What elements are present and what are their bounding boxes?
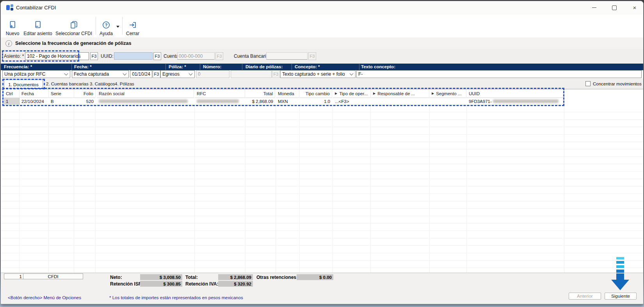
frecuencia-select[interactable]: Una póliza por RFC (2, 70, 70, 78)
col-header-fecha[interactable]: Fecha (20, 89, 49, 98)
filter-header-band: Frecuencia: * Fecha: * Póliza: * Número:… (1, 64, 643, 70)
frecuencia-label: Frecuencia: * (4, 64, 32, 69)
chevron-down-icon (64, 72, 68, 76)
ayuda-label: Ayuda (100, 31, 113, 36)
uuid-label: UUID: (101, 53, 114, 59)
redacted-rfc (197, 99, 239, 103)
concepto-select[interactable]: Texto capturado + serie + folio (280, 70, 356, 78)
cfdi-count-label-cell: CFDI (23, 273, 83, 279)
info-bar: i Seleccione la frecuencia de generación… (1, 37, 643, 49)
row-fecha-cell[interactable]: 22/10/2024 (20, 98, 49, 105)
numero-input: 0 (196, 70, 229, 78)
redacted-razon-social (99, 99, 188, 103)
cfdi-count-cell: 1 (4, 273, 23, 279)
col-header-responsable[interactable]: ▶Responsable de ... (371, 89, 429, 98)
seleccionar-cfdi-button[interactable]: Seleccionar CFDI (55, 16, 93, 36)
poliza-label: Póliza: * (169, 64, 186, 69)
cuenta-bancaria-f3-button: F3 (308, 52, 316, 60)
minimize-icon (592, 7, 596, 8)
filter-controls-row: Una póliza por RFC Fecha capturada 01/10… (1, 70, 643, 79)
poliza-value: Egresos (162, 71, 180, 77)
siguiente-button[interactable]: Siguiente (605, 293, 637, 300)
seleccionar-cfdi-label: Seleccionar CFDI (55, 31, 92, 36)
col-header-uuid[interactable]: UUID (467, 89, 564, 98)
texto-concepto-input[interactable]: F- (356, 70, 642, 78)
poliza-select[interactable]: Egresos (160, 70, 195, 78)
cerrar-label: Cerrar (126, 31, 139, 36)
row-moneda-cell[interactable]: MXN (276, 98, 299, 105)
col-header-razon-social[interactable]: Razón social (97, 89, 194, 98)
row-total-cell[interactable]: $ 2,868.09 (246, 98, 275, 105)
nuevo-button[interactable]: Nuevo (4, 16, 21, 36)
row-tipo-operacion-cell[interactable]: ...<F3> (333, 98, 371, 105)
info-icon: i (5, 40, 12, 47)
cuenta-input[interactable]: 000-00-000 (177, 52, 215, 60)
maximize-button[interactable] (606, 1, 623, 14)
editar-asiento-button[interactable]: Editar asiento (23, 16, 53, 36)
fecha-label: Fecha: * (74, 64, 92, 69)
fecha-input[interactable]: 01/10/24 (130, 70, 152, 78)
numero-label: Número: (203, 64, 221, 69)
col-header-serie[interactable]: Serie (49, 89, 74, 98)
tab-cuentas-bancarias[interactable]: 2. Cuentas bancarias (46, 82, 89, 86)
retencion-isr-value: $ 300.85 (140, 281, 182, 287)
row-segmento-cell[interactable] (430, 98, 466, 105)
row-folio-cell[interactable]: 520 (74, 98, 96, 105)
chevron-down-icon (350, 72, 354, 76)
close-button[interactable]: × (626, 1, 643, 14)
retencion-iva-label: Retención IVA: (185, 281, 218, 287)
expand-arrow-icon[interactable]: ▶ (335, 92, 337, 95)
row-ctrl-cell[interactable]: 1 (4, 98, 20, 105)
window-title: Contabilizar CFDI (16, 5, 56, 11)
col-header-tipo-operacion[interactable]: ▶Tipo de oper... (333, 89, 371, 98)
minimize-button[interactable] (585, 1, 603, 14)
siguiente-pointer-arrow-icon (611, 257, 629, 290)
concentrar-checkbox[interactable] (585, 81, 591, 86)
frecuencia-value: Una póliza por RFC (4, 71, 45, 77)
uuid-input[interactable] (114, 52, 153, 60)
asiento-input[interactable]: 102 - Pago de Honorarios (25, 52, 89, 60)
ayuda-button[interactable]: ? Ayuda (98, 16, 115, 36)
totals-note: * Los totales de importes están represen… (109, 295, 243, 300)
row-tipo-cambio-cell[interactable]: 1.0 (300, 98, 332, 105)
row-razon-social-cell[interactable] (97, 98, 194, 105)
cuenta-bancaria-input[interactable] (266, 52, 308, 60)
col-header-rfc[interactable]: RFC (195, 89, 245, 98)
chevron-down-icon (123, 72, 127, 76)
toolbar: Nuevo Editar asiento Seleccionar CFDI ? … (1, 14, 643, 38)
col-header-moneda[interactable]: Moneda (276, 89, 299, 98)
app-icon (6, 4, 13, 11)
uuid-f3-button[interactable]: F3 (153, 52, 161, 60)
col-header-ctrl[interactable]: Ctrl (4, 89, 20, 98)
asiento-f3-button[interactable]: F3 (90, 52, 98, 60)
edit-document-icon (34, 21, 42, 29)
info-message: Seleccione la frecuencia de generación d… (15, 41, 131, 46)
ayuda-dropdown-caret[interactable] (116, 26, 119, 28)
anterior-button: Anterior (569, 293, 601, 300)
toolbar-separator (122, 17, 123, 35)
col-header-folio[interactable]: Folio (74, 89, 96, 98)
col-header-segmento[interactable]: ▶Segmento ... (430, 89, 466, 98)
tab-catalogos[interactable]: 3. Catálogos (90, 82, 115, 86)
tab-documentos[interactable]: 1. Documentos (4, 80, 43, 89)
otras-retenciones-label: Otras retenciones: (256, 275, 298, 280)
expand-arrow-icon[interactable]: ▶ (373, 92, 375, 95)
row-responsable-cell[interactable] (371, 98, 429, 105)
row-rfc-cell[interactable] (195, 98, 245, 105)
fecha-tipo-value: Fecha capturada (74, 71, 109, 77)
expand-arrow-icon[interactable]: ▶ (432, 92, 434, 95)
tab-polizas[interactable]: 4. Pólizas (115, 82, 134, 86)
cerrar-button[interactable]: Cerrar (124, 16, 141, 36)
row-uuid-cell[interactable]: 9FD3A971- (467, 98, 564, 105)
toolbar-separator (96, 17, 96, 35)
redacted-uuid (493, 99, 559, 103)
row-serie-cell[interactable]: B (49, 98, 74, 105)
col-header-tipo-cambio[interactable]: Tipo cambio (300, 89, 332, 98)
fecha-tipo-select[interactable]: Fecha capturada (72, 70, 129, 78)
app-window: Contabilizar CFDI × Nuevo Editar asiento… (0, 1, 644, 304)
retencion-isr-label: Retención ISR: (110, 281, 143, 287)
asiento-label: Asiento: * (4, 53, 24, 59)
title-bar: Contabilizar CFDI × (1, 1, 643, 14)
col-header-total[interactable]: Total (246, 89, 275, 98)
fecha-f3-button[interactable]: F3 (153, 70, 160, 78)
